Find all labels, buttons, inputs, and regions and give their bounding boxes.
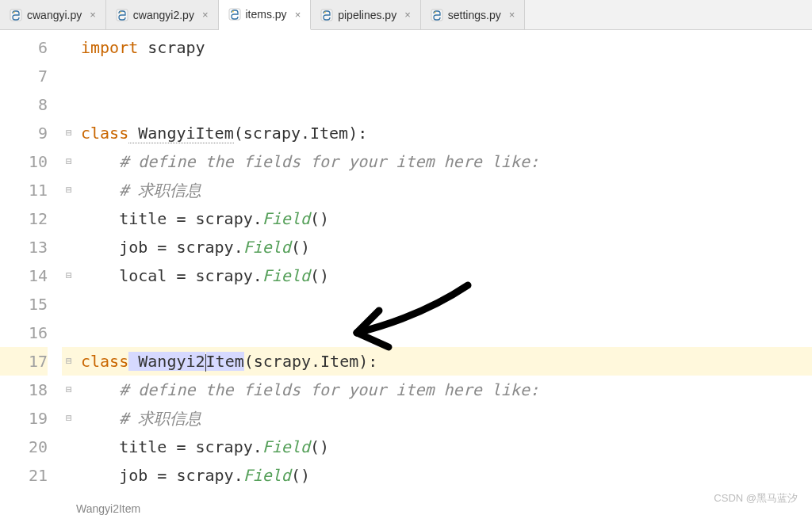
- line-number: 8: [0, 90, 48, 119]
- tab-pipelines[interactable]: pipelines.py ×: [311, 0, 421, 29]
- watermark: CSDN @黑马蓝汐: [714, 491, 798, 505]
- tab-settings[interactable]: settings.py ×: [421, 0, 526, 29]
- line-number-gutter: 6 7 8 9 10 11 12 13 14 15 16 17 18 19 20…: [0, 30, 62, 515]
- line-number: 18: [0, 376, 48, 404]
- tab-cwangyi2[interactable]: cwangyi2.py ×: [106, 0, 219, 29]
- tab-cwangyi[interactable]: cwangyi.py ×: [0, 0, 106, 29]
- close-icon[interactable]: ×: [90, 9, 96, 21]
- code-line: title = scrapy.Field(): [76, 433, 812, 461]
- line-number: 7: [0, 62, 48, 90]
- code-line: [76, 319, 812, 347]
- tab-bar: cwangyi.py × cwangyi2.py × items.py × pi…: [0, 0, 812, 30]
- line-number: 15: [0, 290, 48, 319]
- svg-point-9: [435, 11, 436, 13]
- code-line: # define the fields for your item here l…: [76, 147, 812, 176]
- code-line: job = scrapy.Field(): [76, 233, 812, 261]
- line-number: 6: [0, 33, 48, 62]
- line-number: 9: [0, 119, 48, 147]
- code-area[interactable]: import scrapy class WangyiItem(scrapy.It…: [76, 30, 812, 515]
- fold-marker-icon[interactable]: ⊟: [62, 261, 76, 290]
- line-number: 21: [0, 461, 48, 490]
- line-number: 16: [0, 319, 48, 347]
- breadcrumb[interactable]: Wangyi2Item: [76, 502, 140, 515]
- python-file-icon: [320, 9, 333, 21]
- code-editor[interactable]: 6 7 8 9 10 11 12 13 14 15 16 17 18 19 20…: [0, 30, 812, 515]
- fold-marker-icon[interactable]: ⊟: [62, 347, 76, 376]
- line-number: 19: [0, 404, 48, 433]
- svg-point-5: [232, 11, 234, 13]
- fold-marker-icon[interactable]: ⊟: [62, 404, 76, 433]
- line-number: 17: [0, 347, 48, 376]
- tab-label: pipelines.py: [338, 9, 396, 21]
- close-icon[interactable]: ×: [295, 9, 301, 21]
- svg-point-7: [324, 11, 326, 13]
- close-icon[interactable]: ×: [404, 9, 411, 21]
- tab-label: cwangyi.py: [27, 9, 82, 21]
- svg-point-1: [13, 11, 15, 13]
- python-file-icon: [228, 8, 241, 21]
- tab-label: items.py: [246, 8, 287, 21]
- line-number: 12: [0, 204, 48, 233]
- code-line: class WangyiItem(scrapy.Item):: [76, 119, 812, 147]
- code-line: # define the fields for your item here l…: [76, 376, 812, 404]
- line-number: 11: [0, 176, 48, 204]
- code-line: job = scrapy.Field(): [76, 461, 812, 490]
- python-file-icon: [10, 9, 22, 21]
- code-line: title = scrapy.Field(): [76, 204, 812, 233]
- tab-items[interactable]: items.py ×: [219, 0, 312, 30]
- fold-gutter: ⊟ ⊟ ⊟ ⊟ ⊟ ⊟ ⊟: [62, 30, 76, 515]
- fold-marker-icon[interactable]: ⊟: [62, 376, 76, 404]
- svg-point-3: [120, 11, 121, 13]
- line-number: 14: [0, 261, 48, 290]
- close-icon[interactable]: ×: [509, 9, 515, 21]
- fold-marker-icon[interactable]: ⊟: [62, 119, 76, 147]
- code-line: class Wangyi2Item(scrapy.Item):: [76, 347, 812, 376]
- code-line: [76, 90, 812, 119]
- code-line: [76, 62, 812, 90]
- python-file-icon: [116, 9, 128, 21]
- tab-label: settings.py: [448, 9, 501, 21]
- fold-marker-icon[interactable]: ⊟: [62, 176, 76, 204]
- code-line: import scrapy: [76, 33, 812, 62]
- code-line: local = scrapy.Field(): [76, 261, 812, 290]
- line-number: 10: [0, 147, 48, 176]
- close-icon[interactable]: ×: [202, 9, 209, 21]
- line-number: 13: [0, 233, 48, 261]
- fold-marker-icon[interactable]: ⊟: [62, 147, 76, 176]
- code-line: [76, 290, 812, 319]
- python-file-icon: [431, 9, 443, 21]
- code-line: # 求职信息: [76, 176, 812, 204]
- line-number: 20: [0, 433, 48, 461]
- code-line: # 求职信息: [76, 404, 812, 433]
- tab-label: cwangyi2.py: [133, 9, 194, 21]
